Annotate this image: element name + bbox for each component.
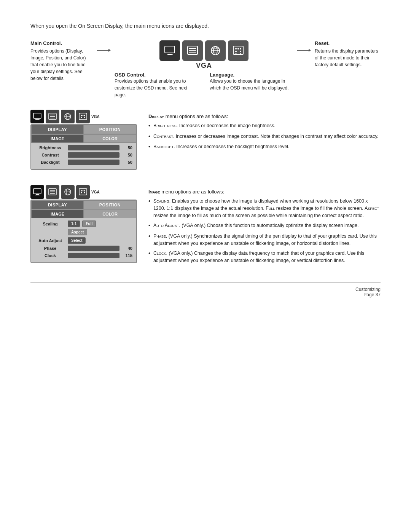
display-bullets: Display menu options are as follows: Bri… (148, 110, 381, 154)
image-bullet-1: Auto Adjust. (VGA only.) Choose this fun… (148, 222, 381, 230)
image-row-clock: Clock 115 (35, 253, 132, 258)
svg-rect-46 (79, 189, 87, 195)
contrast-label: Contrast (35, 153, 65, 157)
osd-control-text: Provides options that enable you to cust… (115, 78, 198, 98)
display-row-contrast: Contrast 50 (35, 152, 132, 158)
reset-icon (228, 40, 249, 61)
image-menu-intro: menu options are as follows: (161, 189, 224, 195)
language-text: Allows you to choose the language in whi… (210, 78, 293, 91)
svg-point-18 (235, 53, 237, 55)
autoadjust-select-btn: Select (68, 237, 86, 244)
icon-buttons-row (159, 40, 249, 61)
image-mini-globe-icon (61, 185, 75, 199)
display-subtab-color: COLOR (84, 134, 136, 143)
svg-rect-0 (165, 46, 175, 53)
svg-rect-4 (189, 48, 196, 49)
phase-label: Phase (35, 246, 65, 251)
backlight-label: Backlight (35, 160, 65, 165)
display-row-brightness: Brightness 50 (35, 145, 132, 150)
image-osd-menu: DISPLAY POSITION IMAGE COLOR Scaling 1:1… (30, 200, 137, 263)
display-panel-wrapper: VGA DISPLAY POSITION IMAGE COLOR Brightn… (30, 110, 137, 170)
backlight-slider (68, 160, 119, 165)
svg-point-17 (240, 51, 241, 52)
image-mini-icons: VGA (30, 185, 137, 199)
image-rows: Scaling 1:1 Full Aspect Auto Adjust Sele… (31, 218, 136, 262)
display-bullet-2: Backlight. Increases or decreases the ba… (148, 143, 381, 151)
intro-text: When you open the On Screen Display, the… (30, 23, 381, 29)
image-row-scaling: Scaling 1:1 Full (35, 220, 132, 227)
display-mini-icons: VGA (30, 110, 137, 123)
arrow-right (297, 49, 311, 52)
image-bullet-0-text: Scaling. Enables you to choose how the i… (153, 198, 381, 219)
svg-point-16 (235, 51, 237, 52)
image-menu-title: Image menu options are as follows: (148, 189, 381, 195)
icon-section: Main Control. Provides options (Display,… (30, 40, 381, 98)
display-bullet-2-text: Backlight. Increases or decreases the ba… (153, 143, 290, 151)
display-tab-position: POSITION (84, 125, 136, 134)
display-vga-label: VGA (91, 115, 100, 119)
monitor-icon (159, 40, 180, 61)
image-section: VGA DISPLAY POSITION IMAGE COLOR Scaling… (30, 185, 381, 267)
display-menu-title: Display menu options are as follows: (148, 113, 381, 119)
svg-rect-25 (50, 116, 55, 117)
image-row-aspect: Aspect (35, 229, 132, 235)
osd-icon (182, 40, 203, 61)
display-bullet-0: Brightness. Increases or decreases the i… (148, 122, 381, 130)
svg-point-34 (81, 117, 82, 118)
arrow-left (97, 49, 111, 52)
svg-point-50 (81, 192, 82, 193)
image-row-phase: Phase 40 (35, 246, 132, 251)
svg-point-35 (84, 117, 85, 118)
svg-point-14 (237, 48, 239, 50)
osd-control-desc: OSD Control. Provides options that enabl… (115, 72, 198, 98)
image-bullet-2-text: Phase. (VGA only.) Synchronizes the sign… (153, 233, 381, 247)
display-tab-display: DISPLAY (31, 125, 84, 134)
display-menu-intro: menu options are as follows: (166, 113, 228, 119)
display-bullet-0-text: Brightness. Increases or decreases the i… (153, 122, 276, 130)
image-panel-wrapper: VGA DISPLAY POSITION IMAGE COLOR Scaling… (30, 185, 137, 263)
display-mini-monitor-icon (30, 110, 44, 123)
image-tab-position: POSITION (84, 200, 136, 209)
scaling-btn-full: Full (82, 220, 96, 227)
display-row-backlight: Backlight 50 (35, 160, 132, 165)
svg-point-49 (84, 190, 85, 192)
reset-desc: Reset. Returns the display parameters of… (311, 40, 381, 68)
main-control-title: Main Control. (30, 40, 93, 46)
brightness-value: 50 (122, 145, 132, 150)
svg-rect-38 (35, 195, 40, 196)
main-control-text: Provides options (Display, Image, Positi… (30, 48, 93, 82)
language-desc: Language. Allows you to choose the langu… (210, 72, 293, 98)
svg-rect-26 (50, 118, 55, 118)
display-bullet-1: Contrast. Increases or decreases image c… (148, 133, 381, 141)
svg-rect-40 (50, 190, 55, 191)
display-sub-tabs: IMAGE COLOR (31, 134, 136, 143)
autoadjust-label: Auto Adjust (35, 238, 65, 243)
svg-rect-1 (168, 54, 172, 54)
svg-rect-42 (50, 193, 55, 194)
clock-value: 115 (122, 253, 132, 258)
svg-rect-21 (36, 119, 39, 120)
image-mini-lines-icon (46, 185, 59, 199)
image-bullet-3: Clock. (VGA only.) Changes the display d… (148, 250, 381, 264)
contrast-value: 50 (122, 153, 132, 157)
image-bullet-2: Phase. (VGA only.) Synchronizes the sign… (148, 233, 381, 247)
image-subtab-color: COLOR (84, 210, 136, 218)
svg-rect-20 (33, 113, 41, 118)
display-mini-globe-icon (61, 110, 75, 123)
main-control-desc: Main Control. Provides options (Display,… (30, 40, 97, 82)
display-tabs: DISPLAY POSITION (31, 125, 136, 134)
svg-point-33 (84, 115, 85, 116)
svg-rect-12 (233, 46, 243, 54)
image-subtab-image: IMAGE (31, 210, 84, 218)
image-bullet-list: Scaling. Enables you to choose how the i… (148, 198, 381, 264)
display-bullet-list: Brightness. Increases or decreases the i… (148, 122, 381, 151)
footer: Customizing Page 37 (30, 283, 381, 297)
svg-rect-30 (79, 113, 87, 120)
scaling-btn-1-1: 1:1 (68, 220, 80, 227)
phase-value: 40 (122, 246, 132, 251)
svg-rect-24 (50, 115, 55, 115)
svg-rect-22 (35, 120, 40, 120)
svg-rect-5 (189, 50, 196, 51)
display-bullet-1-text: Contrast. Increases or decreases image c… (153, 133, 378, 141)
image-row-autoadjust: Auto Adjust Select (35, 237, 132, 244)
